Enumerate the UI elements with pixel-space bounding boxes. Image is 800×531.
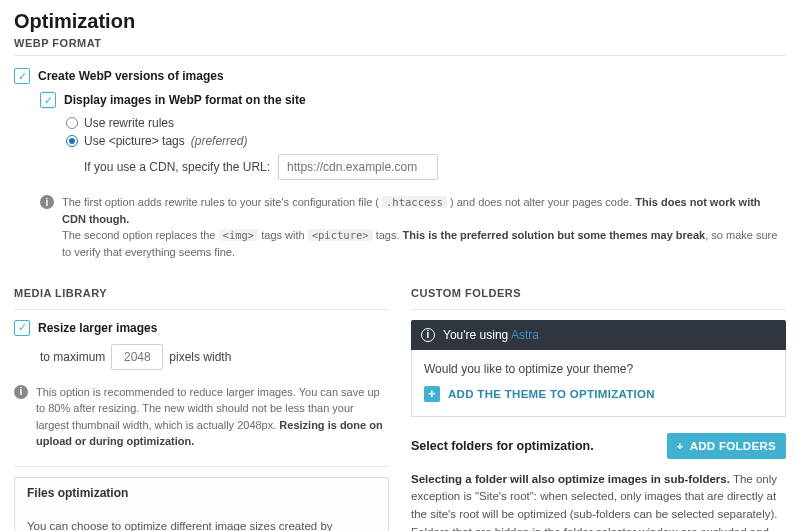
display-webp-checkbox[interactable] (40, 92, 56, 108)
webp-info-text: The first option adds rewrite rules to y… (62, 194, 786, 261)
rewrite-rules-label: Use rewrite rules (84, 116, 174, 130)
cdn-label: If you use a CDN, specify the URL: (84, 160, 270, 174)
create-webp-checkbox[interactable] (14, 68, 30, 84)
plus-icon: + (677, 440, 684, 452)
folder-description: Selecting a folder will also optimize im… (411, 471, 786, 532)
info-icon: i (14, 385, 28, 399)
theme-bar: i You're using Astra (411, 320, 786, 350)
optimize-theme-question: Would you like to optimize your theme? (424, 362, 773, 376)
webp-section-label: WEBP FORMAT (14, 37, 786, 49)
display-webp-label: Display images in WebP format on the sit… (64, 93, 306, 107)
picture-tags-radio[interactable] (66, 135, 78, 147)
info-icon: i (421, 328, 435, 342)
theme-link[interactable]: Astra (511, 328, 539, 342)
add-folders-button[interactable]: + ADD FOLDERS (667, 433, 786, 459)
create-webp-label: Create WebP versions of images (38, 69, 224, 83)
to-maximum-label: to maximum (40, 350, 105, 364)
divider (14, 309, 389, 310)
media-section-label: MEDIA LIBRARY (14, 287, 389, 299)
divider (14, 55, 786, 56)
files-optimization-desc: You can choose to optimize different ima… (27, 518, 376, 532)
add-theme-button[interactable]: + ADD THE THEME TO OPTIMIZATION (424, 386, 773, 402)
resize-label: Resize larger images (38, 321, 157, 335)
resize-checkbox[interactable] (14, 320, 30, 336)
picture-tags-label: Use <picture> tags (84, 134, 185, 148)
plus-icon: + (424, 386, 440, 402)
rewrite-rules-radio[interactable] (66, 117, 78, 129)
files-optimization-header: Files optimization (14, 477, 389, 508)
resize-info-text: This option is recommended to reduce lar… (36, 384, 389, 450)
cdn-url-input[interactable] (278, 154, 438, 180)
custom-folders-section-label: CUSTOM FOLDERS (411, 287, 786, 299)
preferred-hint: (preferred) (191, 134, 248, 148)
divider (411, 309, 786, 310)
select-folders-label: Select folders for optimization. (411, 439, 594, 453)
max-width-input[interactable] (111, 344, 163, 370)
info-icon: i (40, 195, 54, 209)
pixels-width-label: pixels width (169, 350, 231, 364)
page-title: Optimization (14, 10, 786, 33)
divider (14, 466, 389, 467)
